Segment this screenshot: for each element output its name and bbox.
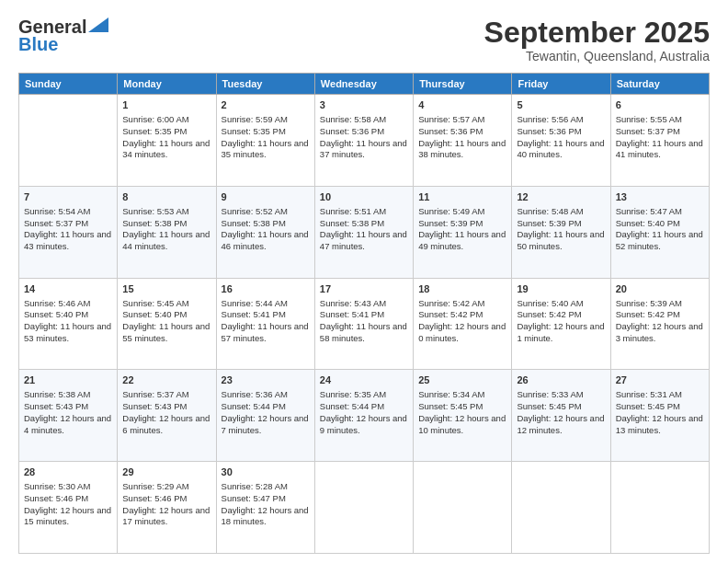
calendar-cell: 3Sunrise: 5:58 AMSunset: 5:36 PMDaylight… — [314, 95, 413, 187]
day-number: 23 — [222, 373, 310, 387]
day-number: 20 — [616, 282, 704, 296]
calendar-cell: 7Sunrise: 5:54 AMSunset: 5:37 PMDaylight… — [19, 186, 118, 278]
calendar-week-row: 14Sunrise: 5:46 AMSunset: 5:40 PMDayligh… — [19, 278, 710, 370]
day-number: 21 — [24, 373, 112, 387]
day-number: 26 — [517, 373, 605, 387]
weekday-header: Wednesday — [314, 74, 413, 95]
day-number: 17 — [320, 282, 408, 296]
header: General Blue September 2025 Tewantin, Qu… — [18, 17, 710, 63]
calendar-cell: 11Sunrise: 5:49 AMSunset: 5:39 PMDayligh… — [414, 186, 512, 278]
day-number: 15 — [122, 282, 210, 296]
calendar-cell: 25Sunrise: 5:34 AMSunset: 5:45 PMDayligh… — [414, 370, 512, 462]
day-info: Sunrise: 5:54 AMSunset: 5:37 PMDaylight:… — [24, 206, 112, 253]
day-info: Sunrise: 5:51 AMSunset: 5:38 PMDaylight:… — [320, 206, 408, 253]
calendar-cell: 4Sunrise: 5:57 AMSunset: 5:36 PMDaylight… — [414, 95, 512, 187]
day-number: 27 — [616, 373, 704, 387]
day-info: Sunrise: 5:30 AMSunset: 5:46 PMDaylight:… — [24, 481, 112, 528]
calendar-cell: 1Sunrise: 6:00 AMSunset: 5:35 PMDaylight… — [118, 95, 216, 187]
day-info: Sunrise: 5:55 AMSunset: 5:37 PMDaylight:… — [616, 114, 704, 161]
calendar-cell: 22Sunrise: 5:37 AMSunset: 5:43 PMDayligh… — [118, 370, 216, 462]
day-info: Sunrise: 5:38 AMSunset: 5:43 PMDaylight:… — [24, 389, 112, 436]
calendar-cell: 19Sunrise: 5:40 AMSunset: 5:42 PMDayligh… — [512, 278, 610, 370]
day-number: 5 — [517, 98, 605, 112]
day-info: Sunrise: 5:44 AMSunset: 5:41 PMDaylight:… — [222, 298, 310, 345]
calendar-cell: 16Sunrise: 5:44 AMSunset: 5:41 PMDayligh… — [216, 278, 314, 370]
calendar-cell: 14Sunrise: 5:46 AMSunset: 5:40 PMDayligh… — [19, 278, 118, 370]
day-number: 13 — [616, 190, 704, 204]
day-info: Sunrise: 5:47 AMSunset: 5:40 PMDaylight:… — [616, 206, 704, 253]
header-right: September 2025 Tewantin, Queensland, Aus… — [484, 17, 710, 63]
weekday-header: Sunday — [19, 74, 118, 95]
calendar-cell — [610, 462, 709, 554]
calendar-week-row: 21Sunrise: 5:38 AMSunset: 5:43 PMDayligh… — [19, 370, 710, 462]
logo-blue: Blue — [18, 34, 58, 55]
page: General Blue September 2025 Tewantin, Qu… — [0, 0, 728, 563]
day-number: 19 — [517, 282, 605, 296]
calendar-cell: 2Sunrise: 5:59 AMSunset: 5:35 PMDaylight… — [216, 95, 314, 187]
calendar-cell: 23Sunrise: 5:36 AMSunset: 5:44 PMDayligh… — [216, 370, 314, 462]
day-info: Sunrise: 5:53 AMSunset: 5:38 PMDaylight:… — [122, 206, 210, 253]
calendar-cell: 12Sunrise: 5:48 AMSunset: 5:39 PMDayligh… — [512, 186, 610, 278]
calendar-body: 1Sunrise: 6:00 AMSunset: 5:35 PMDaylight… — [19, 95, 710, 554]
weekday-header: Tuesday — [216, 74, 314, 95]
day-info: Sunrise: 5:49 AMSunset: 5:39 PMDaylight:… — [418, 206, 506, 253]
calendar-week-row: 1Sunrise: 6:00 AMSunset: 5:35 PMDaylight… — [19, 95, 710, 187]
calendar-cell — [414, 462, 512, 554]
day-number: 8 — [122, 190, 210, 204]
day-info: Sunrise: 5:29 AMSunset: 5:46 PMDaylight:… — [122, 481, 210, 528]
day-info: Sunrise: 5:48 AMSunset: 5:39 PMDaylight:… — [517, 206, 605, 253]
day-info: Sunrise: 5:40 AMSunset: 5:42 PMDaylight:… — [517, 298, 605, 345]
calendar-cell: 10Sunrise: 5:51 AMSunset: 5:38 PMDayligh… — [314, 186, 413, 278]
day-info: Sunrise: 5:39 AMSunset: 5:42 PMDaylight:… — [616, 298, 704, 345]
day-number: 1 — [122, 98, 210, 112]
calendar-week-row: 7Sunrise: 5:54 AMSunset: 5:37 PMDaylight… — [19, 186, 710, 278]
day-number: 28 — [24, 465, 112, 479]
calendar-cell: 17Sunrise: 5:43 AMSunset: 5:41 PMDayligh… — [314, 278, 413, 370]
day-info: Sunrise: 5:45 AMSunset: 5:40 PMDaylight:… — [122, 298, 210, 345]
day-number: 29 — [122, 465, 210, 479]
day-number: 10 — [320, 190, 408, 204]
calendar-cell: 13Sunrise: 5:47 AMSunset: 5:40 PMDayligh… — [610, 186, 709, 278]
calendar-cell: 21Sunrise: 5:38 AMSunset: 5:43 PMDayligh… — [19, 370, 118, 462]
calendar-cell: 24Sunrise: 5:35 AMSunset: 5:44 PMDayligh… — [314, 370, 413, 462]
day-info: Sunrise: 6:00 AMSunset: 5:35 PMDaylight:… — [122, 114, 210, 161]
day-info: Sunrise: 5:34 AMSunset: 5:45 PMDaylight:… — [418, 389, 506, 436]
day-info: Sunrise: 5:57 AMSunset: 5:36 PMDaylight:… — [418, 114, 506, 161]
logo: General Blue — [18, 17, 108, 55]
day-number: 14 — [24, 282, 112, 296]
day-info: Sunrise: 5:58 AMSunset: 5:36 PMDaylight:… — [320, 114, 408, 161]
day-number: 7 — [24, 190, 112, 204]
day-number: 4 — [418, 98, 506, 112]
day-info: Sunrise: 5:36 AMSunset: 5:44 PMDaylight:… — [222, 389, 310, 436]
day-number: 22 — [122, 373, 210, 387]
calendar-cell: 15Sunrise: 5:45 AMSunset: 5:40 PMDayligh… — [118, 278, 216, 370]
day-number: 9 — [222, 190, 310, 204]
day-number: 6 — [616, 98, 704, 112]
day-number: 12 — [517, 190, 605, 204]
day-number: 2 — [222, 98, 310, 112]
weekday-header: Monday — [118, 74, 216, 95]
weekday-header: Saturday — [610, 74, 709, 95]
calendar-cell — [314, 462, 413, 554]
month-title: September 2025 — [484, 17, 710, 49]
day-info: Sunrise: 5:43 AMSunset: 5:41 PMDaylight:… — [320, 298, 408, 345]
day-info: Sunrise: 5:35 AMSunset: 5:44 PMDaylight:… — [320, 389, 408, 436]
weekday-header: Friday — [512, 74, 610, 95]
day-info: Sunrise: 5:33 AMSunset: 5:45 PMDaylight:… — [517, 389, 605, 436]
calendar-cell: 27Sunrise: 5:31 AMSunset: 5:45 PMDayligh… — [610, 370, 709, 462]
day-info: Sunrise: 5:59 AMSunset: 5:35 PMDaylight:… — [222, 114, 310, 161]
calendar-cell — [512, 462, 610, 554]
calendar-cell: 28Sunrise: 5:30 AMSunset: 5:46 PMDayligh… — [19, 462, 118, 554]
day-info: Sunrise: 5:52 AMSunset: 5:38 PMDaylight:… — [222, 206, 310, 253]
day-info: Sunrise: 5:46 AMSunset: 5:40 PMDaylight:… — [24, 298, 112, 345]
weekday-header: Thursday — [414, 74, 512, 95]
day-info: Sunrise: 5:56 AMSunset: 5:36 PMDaylight:… — [517, 114, 605, 161]
day-info: Sunrise: 5:31 AMSunset: 5:45 PMDaylight:… — [616, 389, 704, 436]
location: Tewantin, Queensland, Australia — [484, 49, 710, 63]
calendar-cell — [19, 95, 118, 187]
calendar-week-row: 28Sunrise: 5:30 AMSunset: 5:46 PMDayligh… — [19, 462, 710, 554]
day-number: 3 — [320, 98, 408, 112]
calendar-cell: 29Sunrise: 5:29 AMSunset: 5:46 PMDayligh… — [118, 462, 216, 554]
calendar-cell: 8Sunrise: 5:53 AMSunset: 5:38 PMDaylight… — [118, 186, 216, 278]
svg-marker-0 — [88, 17, 108, 32]
